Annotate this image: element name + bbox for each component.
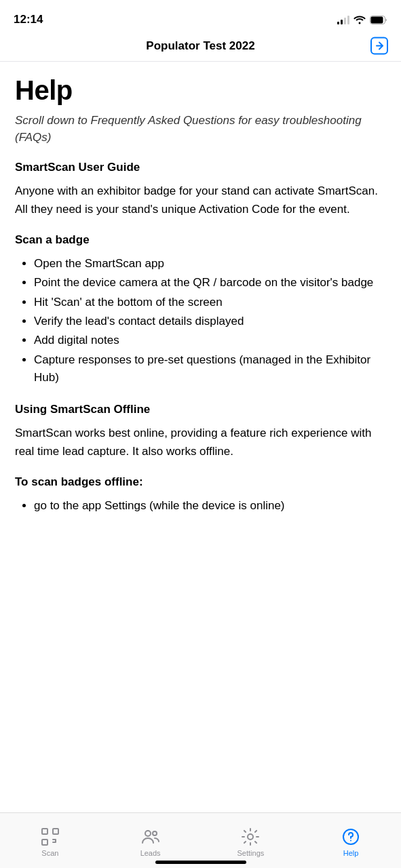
leads-tab-label: Leads (140, 849, 161, 857)
list-item: Point the device camera at the QR / barc… (34, 274, 386, 292)
scan-tab-icon (41, 827, 60, 846)
list-item: go to the app Settings (while the device… (34, 497, 386, 515)
section-heading-scan-badge: Scan a badge (15, 233, 386, 247)
list-item: Hit 'Scan' at the bottom of the screen (34, 294, 386, 311)
list-item: Add digital notes (34, 332, 386, 349)
svg-rect-4 (42, 840, 47, 845)
settings-tab-label: Settings (237, 849, 265, 857)
settings-tab-icon (241, 827, 260, 846)
status-time: 12:14 (14, 13, 43, 26)
offline-scan-list: go to the app Settings (while the device… (15, 497, 386, 515)
section-heading-user-guide: SmartScan User Guide (15, 161, 386, 174)
tab-leads[interactable]: Leads (100, 827, 201, 857)
section-heading-offline: Using SmartScan Offline (15, 403, 386, 416)
page-title: Help (15, 75, 386, 106)
tab-help[interactable]: Help (301, 827, 401, 857)
leads-tab-icon (141, 827, 160, 846)
section-heading-offline-scan: To scan badges offline: (15, 475, 386, 489)
tab-bar: Scan Leads Settings (0, 812, 401, 868)
app-header: Populator Test 2022 (0, 34, 401, 62)
help-tab-icon (341, 827, 360, 846)
scan-badge-list: Open the SmartScan app Point the device … (15, 255, 386, 387)
svg-point-8 (248, 834, 253, 840)
home-indicator (155, 861, 246, 864)
battery-icon (370, 16, 387, 24)
svg-rect-5 (53, 829, 58, 834)
help-tab-label: Help (343, 849, 359, 857)
signal-icon (337, 15, 349, 24)
svg-rect-3 (42, 829, 47, 834)
wifi-icon (354, 15, 366, 24)
svg-point-10 (350, 840, 351, 841)
offline-body: SmartScan works best online, providing a… (15, 425, 386, 460)
svg-point-7 (153, 831, 157, 835)
list-item: Open the SmartScan app (34, 255, 386, 273)
user-guide-body: Anyone with an exhibitor badge for your … (15, 182, 386, 218)
svg-point-6 (145, 831, 151, 836)
exit-button[interactable] (370, 37, 389, 59)
status-icons (337, 15, 387, 24)
scan-tab-label: Scan (41, 849, 58, 857)
header-title: Populator Test 2022 (146, 39, 254, 53)
svg-rect-1 (371, 16, 383, 23)
list-item: Verify the lead's contact details displa… (34, 313, 386, 330)
main-content: Help Scroll down to Frequently Asked Que… (0, 62, 401, 599)
list-item: Capture responses to pre-set questions (… (34, 351, 386, 387)
status-bar: 12:14 (0, 0, 401, 34)
tab-scan[interactable]: Scan (0, 827, 100, 857)
page-subtitle: Scroll down to Frequently Asked Question… (15, 113, 386, 146)
tab-settings[interactable]: Settings (201, 827, 301, 857)
